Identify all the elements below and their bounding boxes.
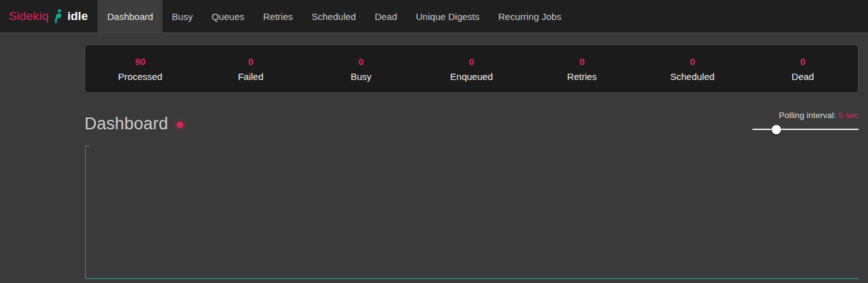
nav-item-unique-digests[interactable]: Unique Digests [406, 0, 489, 32]
polling-label-text: Polling interval: [779, 111, 836, 120]
stat-busy-value: 0 [358, 56, 363, 67]
main-container: 90 Processed 0 Failed 0 Busy 0 Enqueued … [84, 44, 859, 283]
sidekiq-dancer-icon [53, 9, 63, 24]
stat-processed-label: Processed [118, 71, 163, 82]
nav-menu: Dashboard Busy Queues Retries Scheduled … [98, 0, 570, 32]
chart-y-axis-tick [85, 146, 89, 146]
nav-item-queues[interactable]: Queues [202, 0, 254, 32]
nav-item-recurring-jobs[interactable]: Recurring Jobs [489, 0, 571, 32]
stat-enqueued[interactable]: 0 Enqueued [416, 56, 527, 82]
nav-item-dead[interactable]: Dead [365, 0, 406, 32]
top-navbar: Sidekiq idle Dashboard Busy Queues Retri… [0, 0, 868, 33]
polling-interval-slider[interactable] [752, 124, 859, 134]
stat-retries-value: 0 [579, 56, 584, 67]
chart-y-axis [85, 146, 86, 279]
polling-label: Polling interval: 5 sec [752, 111, 859, 120]
page-title-text: Dashboard [84, 114, 168, 134]
stat-dead-value: 0 [800, 56, 805, 67]
stat-processed[interactable]: 90 Processed [85, 56, 196, 82]
stat-enqueued-value: 0 [469, 56, 474, 67]
stat-dead[interactable]: 0 Dead [747, 56, 858, 82]
stat-scheduled-value: 0 [690, 56, 695, 67]
stat-scheduled[interactable]: 0 Scheduled [637, 56, 748, 82]
nav-item-dashboard[interactable]: Dashboard [98, 0, 162, 32]
dashboard-realtime-chart [84, 144, 859, 283]
stat-retries-label: Retries [567, 71, 597, 82]
header-row: Dashboard Polling interval: 5 sec [84, 111, 859, 134]
stat-dead-label: Dead [792, 71, 814, 82]
polling-control: Polling interval: 5 sec [752, 111, 859, 134]
stat-retries[interactable]: 0 Retries [527, 56, 637, 82]
sidekiq-logo-text: Sidekiq [9, 9, 49, 23]
polling-value: 5 sec [839, 111, 859, 120]
stat-scheduled-label: Scheduled [670, 71, 715, 82]
stat-failed-label: Failed [238, 71, 263, 82]
nav-item-busy[interactable]: Busy [163, 0, 202, 32]
summary-bar: 90 Processed 0 Failed 0 Busy 0 Enqueued … [84, 44, 859, 93]
page-title: Dashboard [84, 114, 183, 134]
stat-busy[interactable]: 0 Busy [306, 56, 416, 82]
chart-zero-line [86, 278, 859, 279]
status-text: idle [68, 9, 88, 23]
stat-failed[interactable]: 0 Failed [196, 56, 306, 82]
live-beacon-icon [177, 122, 183, 128]
sidekiq-dashboard-page: { "colors": { "accent": "#d9265f", "char… [0, 0, 868, 283]
stat-enqueued-label: Enqueued [450, 71, 493, 82]
nav-item-retries[interactable]: Retries [254, 0, 303, 32]
stat-failed-value: 0 [248, 56, 253, 67]
stat-processed-value: 90 [135, 56, 146, 67]
brand-area[interactable]: Sidekiq idle [0, 0, 98, 32]
nav-item-scheduled[interactable]: Scheduled [302, 0, 365, 32]
stat-busy-label: Busy [351, 71, 371, 82]
